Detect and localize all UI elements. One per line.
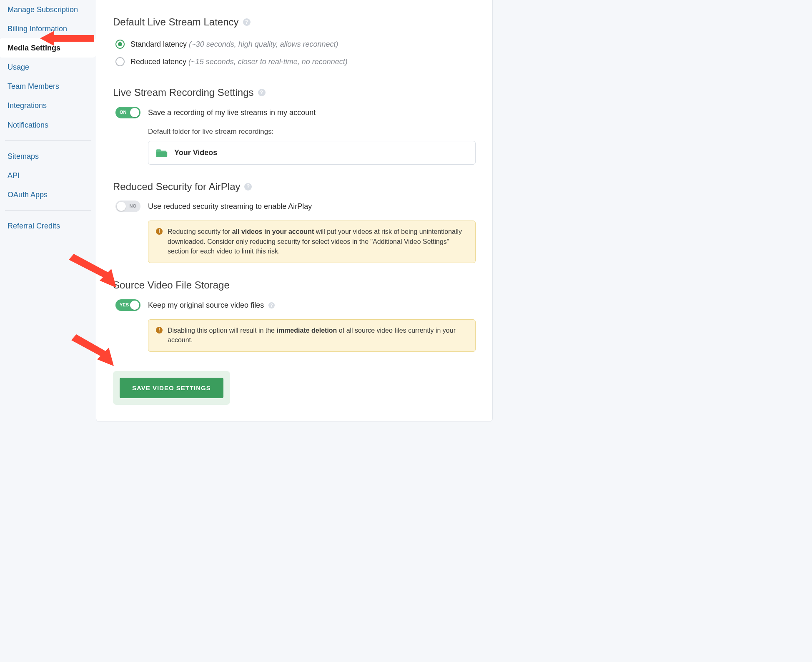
sidebar-item-notifications[interactable]: Notifications xyxy=(0,115,96,135)
section-recording: Live Stream Recording Settings ? ON Save… xyxy=(113,85,476,165)
radio-label: Standard latency xyxy=(130,40,187,48)
section-airplay: Reduced Security for AirPlay ? NO Use re… xyxy=(113,180,476,263)
sidebar-item-usage[interactable]: Usage xyxy=(0,58,96,77)
save-video-settings-button[interactable]: SAVE VIDEO SETTINGS xyxy=(120,378,223,398)
section-latency: Default Live Stream Latency ? Standard l… xyxy=(113,15,476,70)
section-storage: Source Video File Storage YES Keep my or… xyxy=(113,278,476,352)
toggle-keep-source[interactable]: YES xyxy=(115,299,140,311)
help-icon[interactable]: ? xyxy=(244,183,252,191)
warning-icon: ! xyxy=(156,228,163,235)
folder-name: Your Videos xyxy=(174,147,217,158)
folder-label: Default folder for live stream recording… xyxy=(148,127,476,137)
radio-reduced-latency[interactable]: Reduced latency (~15 seconds, closer to … xyxy=(113,53,476,70)
section-title-recording: Live Stream Recording Settings ? xyxy=(113,85,476,100)
sidebar-item-team-members[interactable]: Team Members xyxy=(0,77,96,96)
section-title-text: Reduced Security for AirPlay xyxy=(113,180,240,194)
radio-icon xyxy=(115,57,125,66)
toggle-label: ON xyxy=(120,109,127,116)
sidebar-item-oauth-apps[interactable]: OAuth Apps xyxy=(0,185,96,204)
folder-icon xyxy=(156,148,168,157)
save-button-highlight: SAVE VIDEO SETTINGS xyxy=(113,371,230,405)
sidebar-item-manage-subscription[interactable]: Manage Subscription xyxy=(0,0,96,19)
sidebar-divider xyxy=(5,210,91,211)
section-title-text: Live Stream Recording Settings xyxy=(113,85,254,100)
radio-standard-latency[interactable]: Standard latency (~30 seconds, high qual… xyxy=(113,35,476,53)
radio-icon xyxy=(115,40,125,49)
sidebar-item-api[interactable]: API xyxy=(0,166,96,185)
toggle-airplay[interactable]: NO xyxy=(115,201,140,212)
sidebar-item-sitemaps[interactable]: Sitemaps xyxy=(0,147,96,166)
sidebar-item-billing-information[interactable]: Billing Information xyxy=(0,19,96,38)
section-title-latency: Default Live Stream Latency ? xyxy=(113,15,476,30)
sidebar: Manage Subscription Billing Information … xyxy=(0,0,96,422)
sidebar-item-referral-credits[interactable]: Referral Credits xyxy=(0,216,96,236)
toggle-save-recording[interactable]: ON xyxy=(115,107,140,118)
radio-label: Reduced latency xyxy=(130,58,186,66)
help-icon[interactable]: ? xyxy=(243,18,251,26)
toggle-knob xyxy=(130,301,139,310)
settings-panel: Default Live Stream Latency ? Standard l… xyxy=(96,0,493,422)
section-title-text: Source Video File Storage xyxy=(113,278,230,293)
section-title-storage: Source Video File Storage xyxy=(113,278,476,293)
toggle-label: YES xyxy=(120,302,129,308)
sidebar-item-media-settings[interactable]: Media Settings xyxy=(0,38,96,58)
toggle-knob xyxy=(130,108,139,117)
warning-storage: ! Disabling this option will result in t… xyxy=(148,319,476,352)
warning-text: Disabling this option will result in the… xyxy=(168,326,468,345)
setting-text: Save a recording of my live streams in m… xyxy=(148,107,316,118)
warning-icon: ! xyxy=(156,327,163,334)
section-title-text: Default Live Stream Latency xyxy=(113,15,239,30)
toggle-label: NO xyxy=(130,203,137,210)
radio-hint: (~30 seconds, high quality, allows recon… xyxy=(189,40,338,48)
warning-airplay: ! Reducing security for all videos in yo… xyxy=(148,221,476,263)
default-folder-select[interactable]: Your Videos xyxy=(148,141,476,164)
help-icon[interactable]: ? xyxy=(258,89,266,96)
setting-text: Use reduced security streaming to enable… xyxy=(148,201,312,212)
help-icon[interactable]: ? xyxy=(268,302,275,308)
toggle-knob xyxy=(117,202,126,211)
setting-text: Keep my original source video files ? xyxy=(148,300,275,311)
section-title-airplay: Reduced Security for AirPlay ? xyxy=(113,180,476,194)
sidebar-divider xyxy=(5,140,91,141)
warning-text: Reducing security for all videos in your… xyxy=(168,227,468,256)
sidebar-item-integrations[interactable]: Integrations xyxy=(0,96,96,115)
radio-hint: (~15 seconds, closer to real-time, no re… xyxy=(188,58,348,66)
